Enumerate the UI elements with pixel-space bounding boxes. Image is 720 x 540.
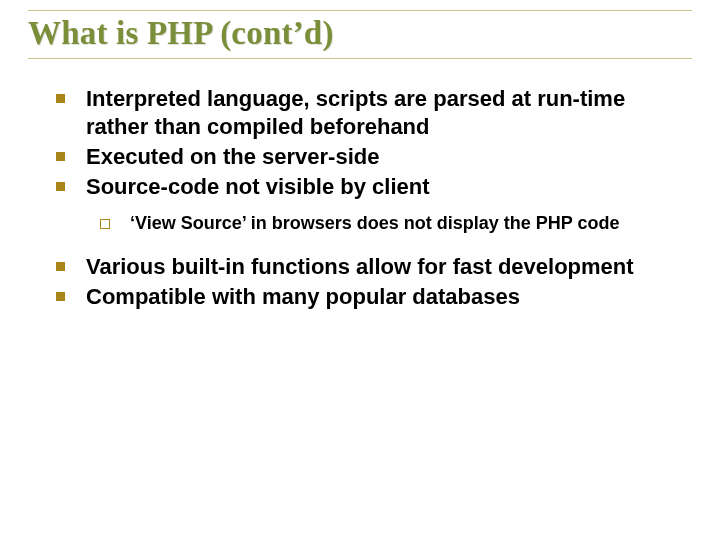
bullet-text: Executed on the server-side [86, 144, 379, 169]
list-item: Source-code not visible by client ‘View … [56, 173, 682, 234]
slide-content: Interpreted language, scripts are parsed… [28, 85, 692, 311]
bullet-text: Various built-in functions allow for fas… [86, 254, 634, 279]
slide: What is PHP (cont’d) Interpreted languag… [0, 0, 720, 540]
title-bar: What is PHP (cont’d) [28, 10, 692, 59]
list-item: Compatible with many popular databases [56, 283, 682, 311]
list-item: Executed on the server-side [56, 143, 682, 171]
bullet-text: Interpreted language, scripts are parsed… [86, 86, 625, 139]
sub-bullet-list: ‘View Source’ in browsers does not displ… [86, 212, 682, 235]
list-item: ‘View Source’ in browsers does not displ… [100, 212, 682, 235]
list-item: Interpreted language, scripts are parsed… [56, 85, 682, 141]
bullet-text: Source-code not visible by client [86, 174, 430, 199]
slide-title: What is PHP (cont’d) [28, 15, 692, 52]
bullet-text: Compatible with many popular databases [86, 284, 520, 309]
bullet-list: Interpreted language, scripts are parsed… [56, 85, 682, 311]
bullet-text: ‘View Source’ in browsers does not displ… [130, 213, 619, 233]
list-item: Various built-in functions allow for fas… [56, 253, 682, 281]
